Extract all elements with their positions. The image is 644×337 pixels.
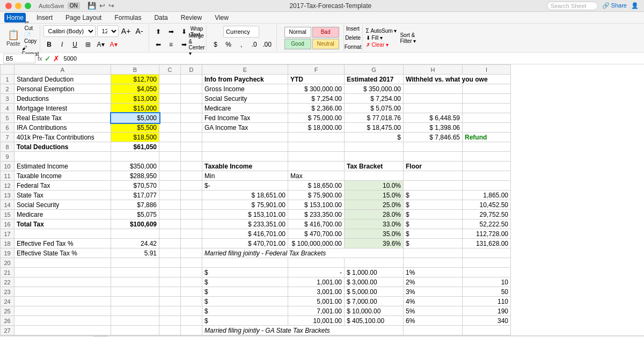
cell-f10[interactable] — [288, 162, 345, 171]
font-color-button[interactable]: A▾ — [108, 39, 120, 50]
cell-e11[interactable]: Min — [202, 171, 288, 181]
cell-h21[interactable]: 1% — [404, 268, 463, 277]
cell-a27[interactable] — [14, 326, 111, 335]
cell-c21[interactable] — [159, 268, 181, 277]
cell-g3[interactable]: $ 7,254.00 — [345, 94, 404, 104]
cell-h8[interactable] — [404, 142, 463, 152]
cell-f16[interactable]: $ 416,700.00 — [288, 219, 345, 229]
cell-h20[interactable] — [404, 258, 463, 268]
cell-g5[interactable]: $ 77,018.76 — [345, 113, 404, 123]
cell-i23[interactable]: 50 — [463, 287, 511, 297]
search-box[interactable]: Search Sheet — [547, 2, 598, 10]
cell-d7[interactable] — [181, 133, 202, 142]
cell-e6[interactable]: GA Income Tax — [202, 123, 288, 133]
cell-b4[interactable]: $15,000 — [111, 104, 159, 113]
cell-e26[interactable]: $ — [202, 316, 288, 326]
cell-i13[interactable]: 1,865.00 — [463, 191, 511, 200]
col-header-c[interactable]: C — [159, 65, 181, 75]
cell-c1[interactable] — [159, 75, 181, 84]
cell-g7[interactable]: $ — [345, 133, 404, 142]
cell-a13[interactable]: State Tax — [14, 191, 111, 200]
cell-c11[interactable] — [159, 171, 181, 181]
cell-f26[interactable]: 10,001.00 — [288, 316, 345, 326]
cell-a14[interactable]: Social Security — [14, 200, 111, 210]
cell-b5[interactable]: $5,000 — [111, 113, 159, 123]
cf-normal[interactable]: Normal — [284, 27, 311, 38]
cell-e18[interactable]: $ 470,701.00 — [202, 239, 288, 248]
cell-f12[interactable]: $ 18,650.00 — [288, 181, 345, 191]
increase-decimal-button[interactable]: .00 — [261, 39, 273, 50]
cell-i12[interactable] — [463, 181, 511, 191]
cell-h4[interactable] — [404, 104, 463, 113]
cell-h15[interactable]: $ — [404, 210, 463, 219]
cell-c6[interactable] — [159, 123, 181, 133]
cell-i16[interactable]: 52,222.50 — [463, 219, 511, 229]
cell-b19[interactable]: 5.91 — [111, 248, 159, 258]
cell-f7[interactable] — [288, 133, 345, 142]
cell-f15[interactable]: $ 233,350.00 — [288, 210, 345, 219]
cf-bad[interactable]: Bad — [312, 27, 339, 38]
cell-f23[interactable]: 3,001.00 — [288, 287, 345, 297]
cell-e24[interactable]: $ — [202, 297, 288, 306]
cell-d14[interactable] — [181, 200, 202, 210]
cell-h1[interactable]: Withheld vs. what you owe — [404, 75, 511, 84]
font-family-selector[interactable]: Calibri (Body) — [43, 25, 96, 37]
cell-h18[interactable]: $ — [404, 239, 463, 248]
cell-i4[interactable] — [463, 104, 511, 113]
cell-i8[interactable] — [463, 142, 511, 152]
cell-c17[interactable] — [159, 229, 181, 239]
cell-c16[interactable] — [159, 219, 181, 229]
cell-e16[interactable]: $ 233,351.00 — [202, 219, 288, 229]
cell-e9[interactable] — [202, 152, 288, 162]
cell-c19[interactable] — [159, 248, 181, 258]
cell-e17[interactable]: $ 416,701.00 — [202, 229, 288, 239]
cell-b22[interactable] — [111, 277, 159, 287]
cell-a16[interactable]: Total Tax — [14, 219, 111, 229]
cell-d10[interactable] — [181, 162, 202, 171]
cell-f4[interactable]: $ 2,366.00 — [288, 104, 345, 113]
menu-insert[interactable]: Insert — [34, 13, 55, 23]
cell-i26[interactable]: 340 — [463, 316, 511, 326]
cell-g10[interactable]: Tax Bracket — [345, 162, 404, 171]
cell-h27[interactable] — [404, 326, 463, 335]
italic-button[interactable]: I — [56, 39, 68, 50]
cell-i25[interactable]: 190 — [463, 306, 511, 316]
cell-h10[interactable]: Floor — [404, 162, 463, 171]
copy-button[interactable]: 📄 Copy — [25, 32, 36, 44]
col-header-e[interactable]: E — [202, 65, 288, 75]
cell-f5[interactable]: $ 75,000.00 — [288, 113, 345, 123]
align-right-button[interactable]: ➡ — [178, 39, 190, 50]
cell-g16[interactable]: 33.0% — [345, 219, 404, 229]
cell-reference-input[interactable] — [3, 54, 35, 63]
cell-i3[interactable] — [463, 94, 511, 104]
menu-review[interactable]: Review — [179, 13, 204, 23]
cell-h19[interactable] — [404, 248, 463, 258]
save-icon[interactable]: 💾 — [87, 2, 96, 10]
cell-a25[interactable] — [14, 306, 111, 316]
cell-d8[interactable] — [181, 142, 202, 152]
cell-i2[interactable] — [463, 84, 511, 94]
cell-h2[interactable] — [404, 84, 463, 94]
close-button[interactable] — [5, 3, 12, 9]
sort-filter-button[interactable]: Sort &Filter ▾ — [400, 32, 416, 44]
cell-i6[interactable] — [463, 123, 511, 133]
align-left-button[interactable]: ⬅ — [152, 39, 164, 50]
cell-f3[interactable]: $ 7,254.00 — [288, 94, 345, 104]
cell-h11[interactable] — [404, 171, 463, 181]
cell-b20[interactable] — [111, 258, 159, 268]
comma-button[interactable]: , — [236, 39, 247, 50]
cell-b21[interactable] — [111, 268, 159, 277]
cell-g13[interactable]: 15.0% — [345, 191, 404, 200]
cell-e8[interactable] — [202, 142, 288, 152]
menu-page-layout[interactable]: Page Layout — [63, 13, 104, 23]
cell-e12[interactable]: $- — [202, 181, 288, 191]
cell-i22[interactable]: 10 — [463, 277, 511, 287]
cell-b23[interactable] — [111, 287, 159, 297]
cut-button[interactable]: ✂ Cut — [25, 19, 36, 31]
cell-b17[interactable] — [111, 229, 159, 239]
merge-center-button[interactable]: Merge & Center ▾ — [191, 39, 203, 50]
align-bottom-button[interactable]: ⬇ — [178, 26, 190, 38]
cell-g1[interactable]: Estimated 2017 — [345, 75, 404, 84]
cell-a17[interactable] — [14, 229, 111, 239]
cell-h24[interactable]: 4% — [404, 297, 463, 306]
